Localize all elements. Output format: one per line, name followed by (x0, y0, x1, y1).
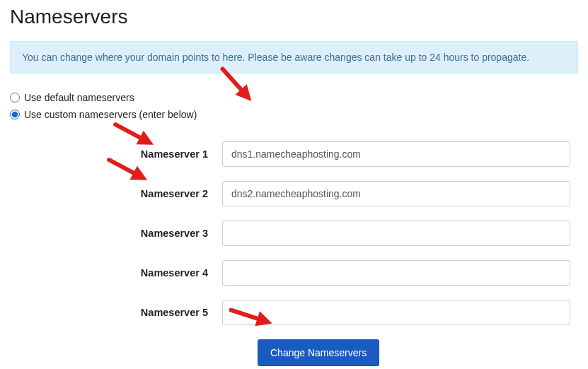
info-banner: You can change where your domain points … (10, 41, 578, 74)
ns2-label: Nameserver 2 (10, 188, 222, 199)
change-nameservers-button[interactable]: Change Nameservers (258, 339, 379, 366)
radio-custom-label[interactable]: Use custom nameservers (enter below) (24, 109, 197, 120)
ns1-row: Nameserver 1 (10, 141, 578, 167)
submit-row: Change Nameservers (10, 339, 578, 366)
ns5-label: Nameserver 5 (10, 307, 222, 318)
ns4-label: Nameserver 4 (10, 267, 222, 279)
nameserver-mode-group: Use default nameservers Use custom names… (10, 92, 578, 120)
page-title: Nameservers (10, 0, 578, 41)
ns5-row: Nameserver 5 (10, 300, 578, 325)
radio-custom[interactable] (10, 110, 20, 119)
radio-default-label[interactable]: Use default nameservers (24, 92, 134, 103)
ns2-input[interactable] (222, 181, 570, 206)
ns3-row: Nameserver 3 (10, 221, 578, 246)
radio-default[interactable] (10, 93, 20, 102)
ns1-label: Nameserver 1 (10, 148, 222, 160)
ns1-input[interactable] (222, 141, 570, 167)
nameserver-fields: Nameserver 1 Nameserver 2 Nameserver 3 N… (10, 141, 578, 325)
ns2-row: Nameserver 2 (10, 181, 578, 206)
svg-line-2 (115, 124, 142, 139)
ns3-input[interactable] (222, 221, 570, 246)
radio-default-row[interactable]: Use default nameservers (10, 92, 578, 103)
ns4-input[interactable] (222, 260, 570, 286)
ns4-row: Nameserver 4 (10, 260, 578, 286)
ns5-input[interactable] (222, 300, 570, 325)
ns3-label: Nameserver 3 (10, 228, 222, 239)
radio-custom-row[interactable]: Use custom nameservers (enter below) (10, 109, 578, 120)
